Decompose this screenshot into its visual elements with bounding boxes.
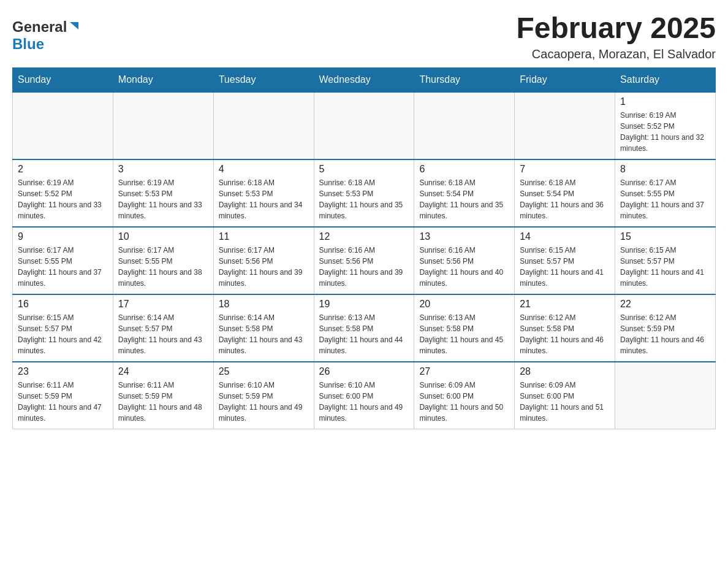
calendar-header-wednesday: Wednesday	[314, 67, 414, 92]
day-info: Sunrise: 6:18 AM Sunset: 5:53 PM Dayligh…	[319, 177, 409, 221]
day-info: Sunrise: 6:18 AM Sunset: 5:54 PM Dayligh…	[520, 177, 610, 221]
day-info: Sunrise: 6:18 AM Sunset: 5:54 PM Dayligh…	[419, 177, 509, 221]
calendar-header-friday: Friday	[515, 67, 615, 92]
day-number: 6	[419, 164, 509, 175]
calendar-cell	[615, 362, 716, 429]
calendar-cell: 21Sunrise: 6:12 AM Sunset: 5:58 PM Dayli…	[515, 294, 615, 362]
calendar-cell	[314, 92, 414, 159]
day-number: 7	[520, 164, 610, 175]
day-number: 20	[419, 299, 509, 310]
day-info: Sunrise: 6:15 AM Sunset: 5:57 PM Dayligh…	[18, 312, 108, 356]
day-info: Sunrise: 6:19 AM Sunset: 5:53 PM Dayligh…	[118, 177, 208, 221]
day-number: 21	[520, 299, 610, 310]
day-number: 17	[118, 299, 208, 310]
calendar-cell: 5Sunrise: 6:18 AM Sunset: 5:53 PM Daylig…	[314, 159, 414, 227]
calendar-week-5: 23Sunrise: 6:11 AM Sunset: 5:59 PM Dayli…	[13, 362, 716, 429]
calendar-header-row: SundayMondayTuesdayWednesdayThursdayFrid…	[13, 67, 716, 92]
calendar-cell: 11Sunrise: 6:17 AM Sunset: 5:56 PM Dayli…	[213, 227, 314, 294]
day-number: 16	[18, 299, 108, 310]
day-number: 9	[18, 231, 108, 242]
day-number: 24	[118, 366, 208, 377]
calendar-table: SundayMondayTuesdayWednesdayThursdayFrid…	[12, 67, 716, 430]
calendar-cell: 7Sunrise: 6:18 AM Sunset: 5:54 PM Daylig…	[515, 159, 615, 227]
day-info: Sunrise: 6:17 AM Sunset: 5:55 PM Dayligh…	[620, 177, 710, 221]
day-info: Sunrise: 6:15 AM Sunset: 5:57 PM Dayligh…	[620, 245, 710, 289]
day-info: Sunrise: 6:19 AM Sunset: 5:52 PM Dayligh…	[620, 110, 710, 154]
calendar-cell: 12Sunrise: 6:16 AM Sunset: 5:56 PM Dayli…	[314, 227, 414, 294]
calendar-cell: 23Sunrise: 6:11 AM Sunset: 5:59 PM Dayli…	[13, 362, 113, 429]
day-number: 10	[118, 231, 208, 242]
calendar-cell: 19Sunrise: 6:13 AM Sunset: 5:58 PM Dayli…	[314, 294, 414, 362]
day-number: 18	[219, 299, 309, 310]
calendar-cell: 15Sunrise: 6:15 AM Sunset: 5:57 PM Dayli…	[615, 227, 716, 294]
calendar-cell: 18Sunrise: 6:14 AM Sunset: 5:58 PM Dayli…	[213, 294, 314, 362]
calendar-cell	[414, 92, 515, 159]
day-number: 25	[219, 366, 309, 377]
day-info: Sunrise: 6:18 AM Sunset: 5:53 PM Dayligh…	[219, 177, 309, 221]
day-info: Sunrise: 6:11 AM Sunset: 5:59 PM Dayligh…	[118, 380, 208, 424]
calendar-header-tuesday: Tuesday	[213, 67, 314, 92]
calendar-week-4: 16Sunrise: 6:15 AM Sunset: 5:57 PM Dayli…	[13, 294, 716, 362]
logo-general-text: General	[12, 18, 67, 36]
month-title: February 2025	[516, 12, 716, 45]
calendar-cell: 28Sunrise: 6:09 AM Sunset: 6:00 PM Dayli…	[515, 362, 615, 429]
logo: General Blue	[12, 12, 80, 53]
day-number: 14	[520, 231, 610, 242]
day-info: Sunrise: 6:10 AM Sunset: 5:59 PM Dayligh…	[219, 380, 309, 424]
calendar-cell	[213, 92, 314, 159]
day-number: 15	[620, 231, 710, 242]
calendar-header-sunday: Sunday	[13, 67, 113, 92]
day-number: 19	[319, 299, 409, 310]
day-info: Sunrise: 6:14 AM Sunset: 5:57 PM Dayligh…	[118, 312, 208, 356]
day-info: Sunrise: 6:10 AM Sunset: 6:00 PM Dayligh…	[319, 380, 409, 424]
calendar-cell: 13Sunrise: 6:16 AM Sunset: 5:56 PM Dayli…	[414, 227, 515, 294]
day-info: Sunrise: 6:13 AM Sunset: 5:58 PM Dayligh…	[419, 312, 509, 356]
day-info: Sunrise: 6:12 AM Sunset: 5:58 PM Dayligh…	[520, 312, 610, 356]
day-info: Sunrise: 6:19 AM Sunset: 5:52 PM Dayligh…	[18, 177, 108, 221]
calendar-week-2: 2Sunrise: 6:19 AM Sunset: 5:52 PM Daylig…	[13, 159, 716, 227]
day-info: Sunrise: 6:15 AM Sunset: 5:57 PM Dayligh…	[520, 245, 610, 289]
calendar-header-monday: Monday	[113, 67, 213, 92]
calendar-cell: 9Sunrise: 6:17 AM Sunset: 5:55 PM Daylig…	[13, 227, 113, 294]
calendar-cell: 17Sunrise: 6:14 AM Sunset: 5:57 PM Dayli…	[113, 294, 213, 362]
day-number: 4	[219, 164, 309, 175]
location: Cacaopera, Morazan, El Salvador	[516, 47, 716, 61]
calendar-cell	[13, 92, 113, 159]
day-number: 13	[419, 231, 509, 242]
day-number: 3	[118, 164, 208, 175]
day-number: 5	[319, 164, 409, 175]
day-info: Sunrise: 6:14 AM Sunset: 5:58 PM Dayligh…	[219, 312, 309, 356]
logo-arrow-icon	[69, 21, 80, 34]
page-header: General Blue February 2025 Cacaopera, Mo…	[12, 12, 716, 61]
calendar-cell: 8Sunrise: 6:17 AM Sunset: 5:55 PM Daylig…	[615, 159, 716, 227]
day-number: 12	[319, 231, 409, 242]
day-info: Sunrise: 6:17 AM Sunset: 5:56 PM Dayligh…	[219, 245, 309, 289]
day-number: 2	[18, 164, 108, 175]
day-info: Sunrise: 6:12 AM Sunset: 5:59 PM Dayligh…	[620, 312, 710, 356]
calendar-cell	[113, 92, 213, 159]
calendar-cell: 20Sunrise: 6:13 AM Sunset: 5:58 PM Dayli…	[414, 294, 515, 362]
day-info: Sunrise: 6:09 AM Sunset: 6:00 PM Dayligh…	[520, 380, 610, 424]
day-number: 8	[620, 164, 710, 175]
calendar-cell: 2Sunrise: 6:19 AM Sunset: 5:52 PM Daylig…	[13, 159, 113, 227]
day-number: 26	[319, 366, 409, 377]
day-info: Sunrise: 6:09 AM Sunset: 6:00 PM Dayligh…	[419, 380, 509, 424]
calendar-cell: 26Sunrise: 6:10 AM Sunset: 6:00 PM Dayli…	[314, 362, 414, 429]
calendar-cell: 3Sunrise: 6:19 AM Sunset: 5:53 PM Daylig…	[113, 159, 213, 227]
calendar-week-3: 9Sunrise: 6:17 AM Sunset: 5:55 PM Daylig…	[13, 227, 716, 294]
calendar-cell: 27Sunrise: 6:09 AM Sunset: 6:00 PM Dayli…	[414, 362, 515, 429]
day-number: 22	[620, 299, 710, 310]
calendar-cell: 10Sunrise: 6:17 AM Sunset: 5:55 PM Dayli…	[113, 227, 213, 294]
calendar-header-thursday: Thursday	[414, 67, 515, 92]
day-info: Sunrise: 6:16 AM Sunset: 5:56 PM Dayligh…	[319, 245, 409, 289]
day-info: Sunrise: 6:13 AM Sunset: 5:58 PM Dayligh…	[319, 312, 409, 356]
day-number: 27	[419, 366, 509, 377]
day-number: 1	[620, 96, 710, 107]
calendar-cell: 6Sunrise: 6:18 AM Sunset: 5:54 PM Daylig…	[414, 159, 515, 227]
logo-blue-text: Blue	[12, 36, 44, 52]
day-info: Sunrise: 6:11 AM Sunset: 5:59 PM Dayligh…	[18, 380, 108, 424]
title-section: February 2025 Cacaopera, Morazan, El Sal…	[516, 12, 716, 61]
calendar-cell: 22Sunrise: 6:12 AM Sunset: 5:59 PM Dayli…	[615, 294, 716, 362]
day-info: Sunrise: 6:17 AM Sunset: 5:55 PM Dayligh…	[118, 245, 208, 289]
calendar-cell	[515, 92, 615, 159]
